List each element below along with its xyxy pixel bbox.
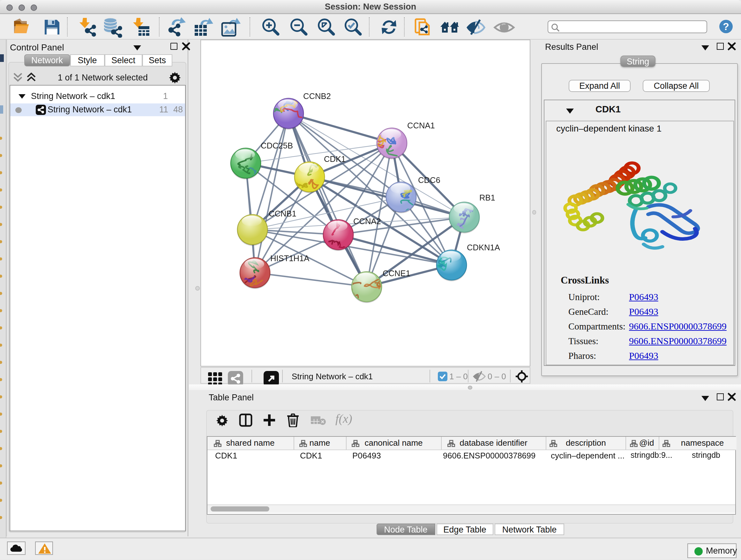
svg-text:CDKN1A: CDKN1A [467, 243, 500, 252]
svg-text:CCNE1: CCNE1 [383, 269, 410, 278]
svg-text:CCNB2: CCNB2 [303, 91, 331, 101]
svg-text:RB1: RB1 [479, 193, 495, 202]
svg-text:HIST1H1A: HIST1H1A [270, 254, 310, 263]
svg-text:CDK1: CDK1 [324, 154, 346, 164]
svg-text:CDC6: CDC6 [418, 176, 441, 185]
svg-text:CCNA2: CCNA2 [353, 217, 381, 226]
svg-text:CDC25B: CDC25B [261, 141, 293, 150]
svg-text:CCNA1: CCNA1 [407, 121, 435, 130]
svg-text:CCNB1: CCNB1 [269, 209, 296, 218]
